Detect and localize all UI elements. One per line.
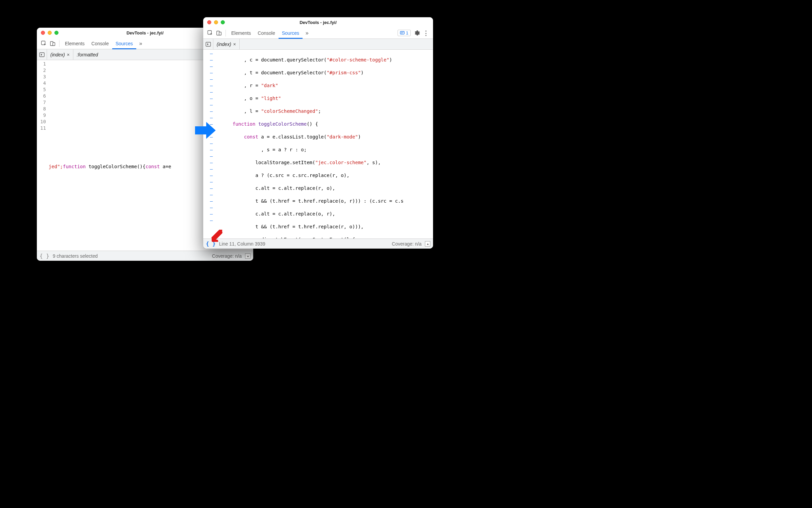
annotation-arrow-blue	[193, 120, 217, 141]
status-bar: { } 9 characters selected Coverage: n/a …	[37, 251, 253, 261]
svg-rect-7	[400, 31, 404, 34]
pretty-print-icon[interactable]: { }	[40, 253, 49, 259]
titlebar[interactable]: DevTools - jec.fyi/	[203, 17, 433, 27]
code-editor[interactable]: ––––– ––––– ––––– ––––– ––––– –– , c = d…	[203, 50, 433, 238]
tab-sources[interactable]: Sources	[279, 27, 303, 39]
inspect-element-icon[interactable]	[206, 29, 215, 37]
window-controls	[207, 20, 225, 24]
svg-rect-2	[53, 43, 55, 46]
tab-sources[interactable]: Sources	[112, 38, 136, 49]
navigator-toggle-icon[interactable]	[203, 39, 213, 49]
file-tab-index[interactable]: (index) ×	[47, 49, 73, 60]
status-coverage: Coverage: n/a	[212, 253, 242, 259]
more-tabs-icon[interactable]: »	[303, 29, 311, 37]
tab-console[interactable]: Console	[254, 27, 278, 39]
file-tabs: (index) ×	[203, 39, 433, 50]
close-tab-icon[interactable]: ×	[233, 42, 236, 47]
device-toolbar-icon[interactable]	[48, 39, 57, 48]
kebab-menu-icon[interactable]: ⋮	[422, 29, 430, 37]
devtools-window-right: DevTools - jec.fyi/ Elements Console Sou…	[203, 17, 433, 249]
window-title: DevTools - jec.fyi/	[203, 20, 433, 25]
status-selection: 9 characters selected	[53, 253, 98, 259]
svg-rect-6	[219, 32, 221, 35]
status-coverage: Coverage: n/a	[392, 241, 422, 247]
navigator-toggle-icon[interactable]	[37, 49, 47, 60]
line-gutter: ––––– ––––– ––––– ––––– ––––– ––	[203, 50, 215, 238]
status-cursor-position: Line 11, Column 3939	[219, 241, 265, 247]
close-window-icon[interactable]	[207, 20, 211, 24]
close-tab-icon[interactable]: ×	[67, 52, 70, 57]
device-toolbar-icon[interactable]	[215, 29, 223, 37]
issues-count: 1	[406, 30, 408, 35]
line-gutter: 1 2 3 4 5 6 7 8 9 10 11	[37, 60, 48, 251]
minimize-window-icon[interactable]	[48, 31, 52, 35]
code-content[interactable]: , c = document.querySelector("#color-sch…	[215, 50, 433, 238]
close-window-icon[interactable]	[41, 31, 45, 35]
file-tab-index[interactable]: (index) ×	[213, 39, 240, 49]
file-tab-label: (index)	[50, 52, 65, 57]
status-bar: { } Line 11, Column 3939 Coverage: n/a ▴	[203, 238, 433, 249]
devtools-toolbar: Elements Console Sources » 1 ⋮	[203, 27, 433, 39]
file-tab-label: (index)	[217, 42, 231, 47]
window-controls	[41, 31, 58, 35]
svg-line-10	[214, 232, 221, 239]
file-tab-label: :formatted	[77, 52, 98, 57]
file-tab-formatted[interactable]: :formatted	[73, 49, 101, 60]
tab-elements[interactable]: Elements	[62, 38, 88, 49]
tab-elements[interactable]: Elements	[228, 27, 254, 39]
zoom-window-icon[interactable]	[54, 31, 58, 35]
zoom-window-icon[interactable]	[221, 20, 225, 24]
more-tabs-icon[interactable]: »	[136, 39, 145, 48]
tab-console[interactable]: Console	[88, 38, 112, 49]
inspect-element-icon[interactable]	[40, 39, 48, 48]
collapse-panel-icon[interactable]: ▴	[425, 241, 430, 247]
minimize-window-icon[interactable]	[214, 20, 218, 24]
collapse-panel-icon[interactable]: ▴	[245, 253, 250, 259]
issues-badge[interactable]: 1	[398, 30, 411, 36]
settings-icon[interactable]	[413, 29, 422, 37]
annotation-arrow-red	[211, 230, 223, 242]
